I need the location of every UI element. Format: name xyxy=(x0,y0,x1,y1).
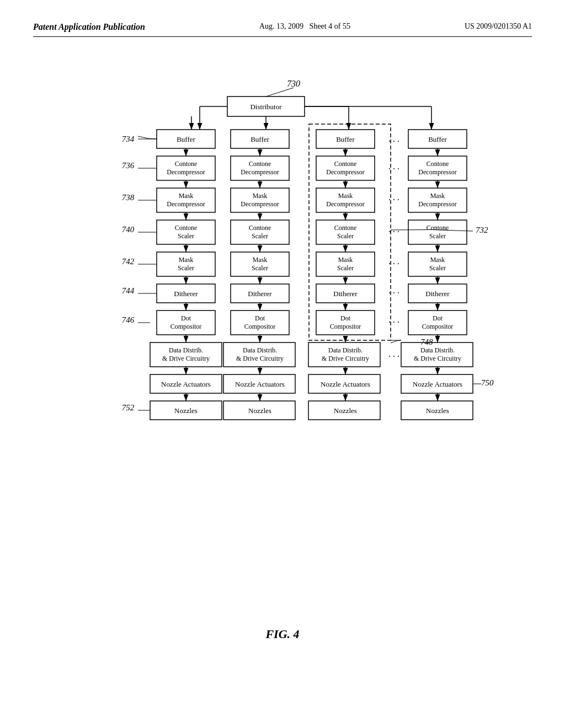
label-752: 752 xyxy=(122,403,135,412)
svg-text:Scaler: Scaler xyxy=(429,232,446,240)
svg-text:Data Distrib.: Data Distrib. xyxy=(169,346,203,354)
label-742: 742 xyxy=(122,257,135,266)
dots-dot-compositor: . . . xyxy=(388,315,399,324)
dots-mask-decomp: . . . xyxy=(388,192,399,202)
dots-ditherer: . . . xyxy=(388,286,399,295)
svg-text:Mask: Mask xyxy=(179,256,194,264)
svg-text:Ditherer: Ditherer xyxy=(174,290,198,298)
svg-text:& Drive Circuitry: & Drive Circuitry xyxy=(162,355,210,362)
svg-text:Contone: Contone xyxy=(249,224,271,232)
label-730: 730 xyxy=(287,79,300,88)
svg-text:Nozzle Actuators: Nozzle Actuators xyxy=(413,380,462,388)
label-738: 738 xyxy=(122,193,135,202)
svg-line-1 xyxy=(266,88,294,97)
svg-text:Contone: Contone xyxy=(175,160,198,168)
svg-text:Mask: Mask xyxy=(253,256,268,264)
svg-text:Contone: Contone xyxy=(334,224,357,232)
svg-text:Nozzles: Nozzles xyxy=(174,406,198,415)
svg-text:Ditherer: Ditherer xyxy=(333,290,358,298)
svg-text:Mask: Mask xyxy=(430,256,445,264)
label-732: 732 xyxy=(476,226,488,234)
svg-text:Contone: Contone xyxy=(175,224,198,232)
svg-text:Buffer: Buffer xyxy=(177,135,195,143)
dots-data-distrib: . . . xyxy=(388,349,399,358)
svg-text:Nozzles: Nozzles xyxy=(426,406,449,415)
svg-text:& Drive Circuitry: & Drive Circuitry xyxy=(414,355,461,362)
svg-text:& Drive Circuitry: & Drive Circuitry xyxy=(236,355,284,362)
svg-text:Buffer: Buffer xyxy=(336,135,355,143)
svg-text:Contone: Contone xyxy=(334,160,357,168)
svg-text:Ditherer: Ditherer xyxy=(248,290,272,298)
label-734: 734 xyxy=(122,135,135,143)
label-750: 750 xyxy=(481,378,494,387)
patent-diagram: 730 Distributor Buffer xyxy=(56,70,509,611)
svg-text:Mask: Mask xyxy=(253,192,268,200)
svg-text:Scaler: Scaler xyxy=(178,232,194,240)
svg-text:Data Distrib.: Data Distrib. xyxy=(243,346,277,354)
sheet-label: Sheet 4 of 55 xyxy=(310,22,350,30)
svg-text:Dot: Dot xyxy=(255,314,265,322)
diagram-area: 730 Distributor Buffer xyxy=(33,70,532,611)
svg-text:Decompressor: Decompressor xyxy=(167,200,205,208)
publication-label: Patent Application Publication xyxy=(33,22,145,32)
patent-number: US 2009/0201350 A1 xyxy=(465,22,532,31)
svg-text:Decompressor: Decompressor xyxy=(418,200,456,208)
svg-text:Dot: Dot xyxy=(340,314,351,322)
svg-text:Mask: Mask xyxy=(179,192,194,200)
svg-text:Decompressor: Decompressor xyxy=(418,168,456,176)
svg-text:& Drive Circuitry: & Drive Circuitry xyxy=(322,355,369,362)
date-label: Aug. 13, 2009 xyxy=(259,22,303,30)
svg-text:Scaler: Scaler xyxy=(429,264,446,272)
svg-text:Dot: Dot xyxy=(181,314,191,322)
dots-contone-scaler: . . . xyxy=(388,224,399,234)
svg-text:Nozzle Actuators: Nozzle Actuators xyxy=(235,380,285,388)
svg-text:Compositor: Compositor xyxy=(244,323,276,330)
text-distributor: Distributor xyxy=(250,103,282,111)
svg-text:Nozzles: Nozzles xyxy=(248,406,271,415)
svg-text:Nozzles: Nozzles xyxy=(334,406,357,415)
header-center: Aug. 13, 2009 Sheet 4 of 55 xyxy=(259,22,350,31)
svg-text:Compositor: Compositor xyxy=(170,323,202,330)
svg-text:Nozzle Actuators: Nozzle Actuators xyxy=(161,380,211,388)
dots-buffer: . . . xyxy=(388,134,399,143)
svg-text:Contone: Contone xyxy=(249,160,271,168)
svg-text:Mask: Mask xyxy=(338,192,353,200)
svg-text:Buffer: Buffer xyxy=(428,135,447,143)
svg-text:Scaler: Scaler xyxy=(337,264,354,272)
svg-text:Scaler: Scaler xyxy=(252,232,268,240)
svg-text:Decompressor: Decompressor xyxy=(326,200,364,208)
svg-text:Dot: Dot xyxy=(433,314,443,322)
svg-text:Buffer: Buffer xyxy=(250,135,269,143)
svg-text:Data Distrib.: Data Distrib. xyxy=(328,346,363,354)
svg-text:Data Distrib.: Data Distrib. xyxy=(420,346,455,354)
svg-text:Contone: Contone xyxy=(427,224,449,232)
svg-text:Ditherer: Ditherer xyxy=(425,290,450,298)
svg-text:Decompressor: Decompressor xyxy=(326,168,364,176)
label-744: 744 xyxy=(122,286,135,295)
svg-text:Decompressor: Decompressor xyxy=(241,168,279,176)
label-748: 748 xyxy=(420,338,433,346)
svg-text:Mask: Mask xyxy=(430,192,445,200)
svg-text:Contone: Contone xyxy=(427,160,449,168)
label-736: 736 xyxy=(122,161,135,170)
page: Patent Application Publication Aug. 13, … xyxy=(0,0,565,728)
dots-contone-decomp: . . . xyxy=(388,162,399,171)
svg-text:Scaler: Scaler xyxy=(178,264,194,272)
svg-text:Nozzle Actuators: Nozzle Actuators xyxy=(321,380,370,388)
page-header: Patent Application Publication Aug. 13, … xyxy=(33,22,532,37)
label-740: 740 xyxy=(122,225,135,234)
figure-label: FIG. 4 xyxy=(33,627,532,641)
svg-text:Compositor: Compositor xyxy=(422,323,454,330)
svg-text:Compositor: Compositor xyxy=(330,323,361,330)
svg-text:Scaler: Scaler xyxy=(252,264,268,272)
dots-mask-scaler: . . . xyxy=(388,256,399,266)
svg-text:Mask: Mask xyxy=(338,256,353,264)
svg-text:Decompressor: Decompressor xyxy=(167,168,205,176)
svg-text:Scaler: Scaler xyxy=(337,232,354,240)
svg-text:Decompressor: Decompressor xyxy=(241,200,279,208)
label-746: 746 xyxy=(122,315,135,324)
